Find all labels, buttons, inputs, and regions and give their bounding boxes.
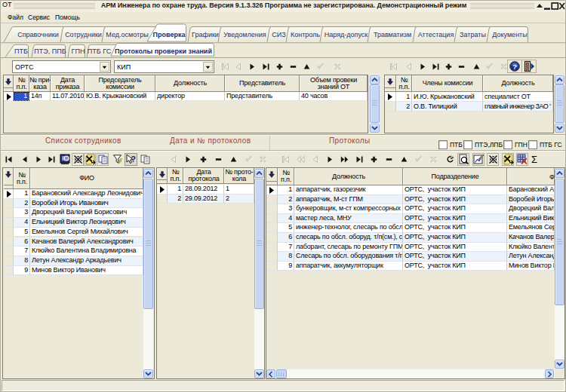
svg-text:Мед.осмотры: Мед.осмотры (106, 31, 148, 38)
svg-text:?: ? (512, 63, 517, 71)
svg-text:ПТБ ГС: ПТБ ГС (88, 47, 112, 55)
svg-text:Травматизм: Травматизм (374, 31, 411, 38)
svg-text:Аттестация: Аттестация (418, 31, 454, 38)
svg-text:Наряд-допуск: Наряд-допуск (325, 31, 368, 38)
svg-text:?: ? (131, 155, 136, 164)
svg-text:Сотрудники: Сотрудники (65, 31, 102, 38)
svg-text:Контроль: Контроль (291, 31, 320, 38)
svg-text:ПТЭ, ППБ: ПТЭ, ППБ (34, 47, 66, 55)
svg-text:Проверка: Проверка (153, 31, 186, 38)
svg-text:Уведомления: Уведомления (223, 31, 266, 38)
svg-text:Затраты: Затраты (460, 31, 486, 38)
svg-text:ГПН: ГПН (72, 47, 85, 55)
svg-text:Справочники: Справочники (17, 31, 59, 38)
svg-text:СИЗ: СИЗ (272, 31, 285, 38)
svg-text:Протоколы проверки знаний: Протоколы проверки знаний (115, 47, 212, 55)
svg-text:ПТБ: ПТБ (14, 47, 28, 55)
svg-text:Документы: Документы (492, 31, 527, 38)
svg-text:Графики: Графики (192, 31, 219, 38)
